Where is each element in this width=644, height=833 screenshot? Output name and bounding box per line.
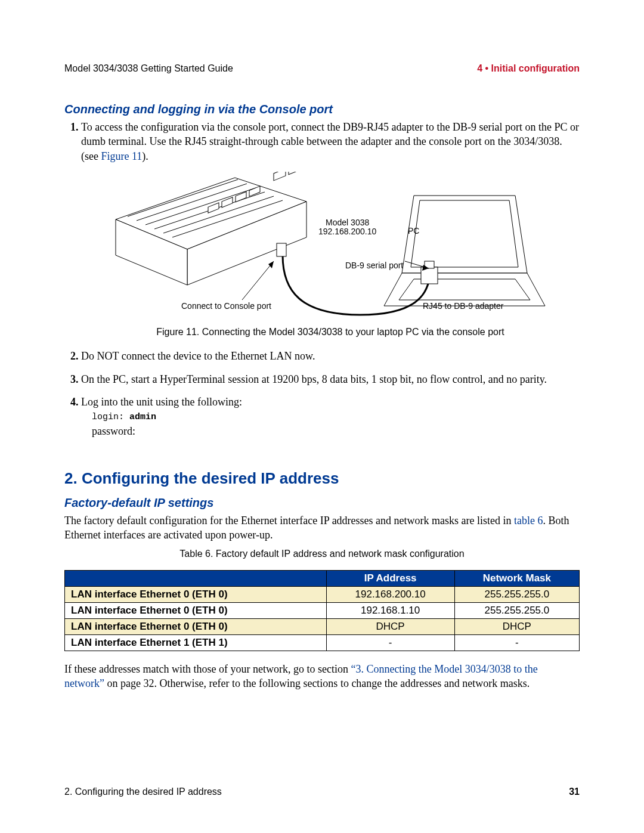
password-line: password: [92, 424, 580, 438]
label-console: Connect to Console port [181, 302, 271, 311]
table-row: LAN interface Ethernet 0 (ETH 0)192.168.… [65, 586, 580, 602]
svg-rect-19 [277, 243, 286, 256]
label-adapter: RJ45 to DB-9 adapter [423, 302, 503, 311]
th-mask: Network Mask [454, 570, 579, 586]
page-header: Model 3034/3038 Getting Started Guide 4 … [64, 63, 580, 74]
step-1-text-a: To access the configuration via the cons… [81, 121, 579, 162]
table-6-caption: Table 6. Factory default IP address and … [64, 549, 580, 559]
footer-left: 2. Configuring the desired IP address [64, 786, 222, 797]
label-model: Model 3038192.168.200.10 [318, 218, 376, 237]
subheading-console: Connecting and logging in via the Consol… [64, 103, 580, 116]
connection-diagram-icon [104, 172, 557, 321]
section-2-heading: 2. Configuring the desired IP address [64, 469, 580, 488]
login-code: login: admin [92, 411, 580, 423]
figure-11-link[interactable]: Figure 11 [101, 150, 142, 162]
page-number: 31 [569, 786, 580, 797]
svg-marker-18 [399, 279, 530, 300]
header-left: Model 3034/3038 Getting Started Guide [64, 63, 233, 74]
label-db9: DB-9 serial port [345, 261, 403, 270]
step-1: To access the configuration via the cons… [81, 120, 580, 338]
subheading-factory: Factory-default IP settings [64, 496, 580, 510]
svg-marker-16 [411, 200, 518, 267]
ip-table: IP Address Network Mask LAN interface Et… [64, 570, 580, 651]
table-row: LAN interface Ethernet 0 (ETH 0)192.168.… [65, 602, 580, 618]
th-blank [65, 570, 327, 586]
header-right: 4 • Initial configuration [477, 63, 580, 74]
figure-11-caption: Figure 11. Connecting the Model 3034/303… [81, 326, 580, 339]
svg-rect-13 [274, 172, 286, 181]
step-1-text-b: ). [142, 150, 148, 162]
table-6-link[interactable]: table 6 [514, 515, 543, 527]
th-ip: IP Address [326, 570, 454, 586]
svg-line-22 [242, 261, 274, 300]
step-4: Log into the unit using the following: l… [81, 395, 580, 438]
table-row: LAN interface Ethernet 1 (ETH 1)-- [65, 634, 580, 651]
figure-11: Model 3038192.168.200.10 PC DB-9 serial … [104, 172, 557, 321]
step-3: On the PC, start a HyperTerminal session… [81, 372, 580, 386]
steps-list: To access the configuration via the cons… [64, 120, 580, 438]
factory-p1: The factory default configuration for th… [64, 513, 580, 543]
page-footer: 2. Configuring the desired IP address 31 [64, 786, 580, 797]
factory-p2: If these addresses match with those of y… [64, 662, 580, 691]
step-2: Do NOT connect the device to the Etherne… [81, 349, 580, 363]
svg-rect-14 [289, 172, 301, 175]
table-row: LAN interface Ethernet 0 (ETH 0)DHCPDHCP [65, 618, 580, 634]
svg-marker-23 [268, 261, 274, 268]
label-pc: PC [408, 227, 419, 236]
